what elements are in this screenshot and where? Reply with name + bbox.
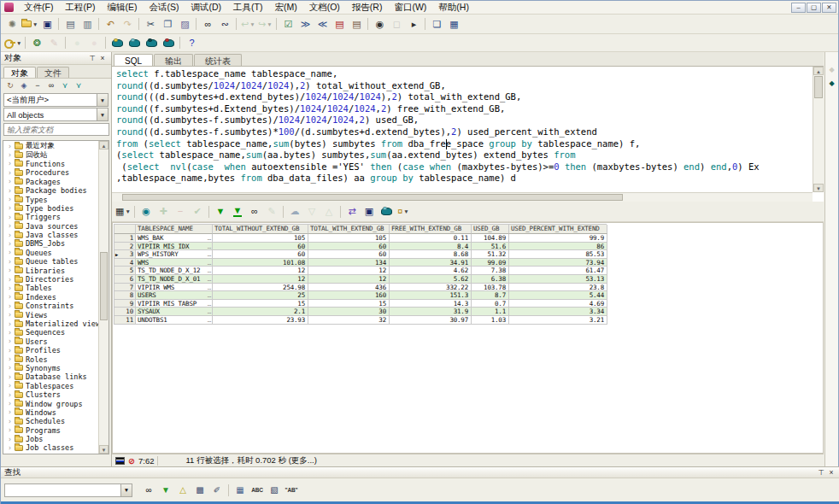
tree-item[interactable]: ›Schedules — [3, 417, 98, 425]
cell[interactable]: 32 — [308, 316, 390, 325]
cell[interactable]: 73.94 — [509, 259, 607, 267]
cell-ellipsis-icon[interactable]: … — [208, 275, 212, 283]
edit-data-icon[interactable]: ✎ — [45, 35, 62, 50]
forward-icon[interactable]: ↪▼ — [256, 16, 273, 32]
help-icon[interactable]: ? — [183, 35, 200, 50]
breakpoint-doc-icon[interactable]: ▤ — [331, 16, 348, 32]
expander-icon[interactable]: › — [8, 143, 12, 150]
refresh-icon[interactable]: ↻ — [3, 79, 17, 91]
window-list-icon[interactable]: ❏ — [428, 16, 445, 32]
commit-icon[interactable]: ● — [68, 35, 85, 50]
macro-stop-icon[interactable]: ◻ — [388, 16, 405, 32]
tree-item[interactable]: ›Synonyms — [3, 364, 98, 372]
cell[interactable]: 60 — [308, 250, 390, 259]
menu-item[interactable]: 工程(P) — [59, 1, 101, 15]
scroll-up-icon[interactable]: ▲ — [813, 67, 824, 75]
chevron-down-icon[interactable]: ▼ — [97, 94, 108, 106]
expander-icon[interactable]: › — [8, 391, 12, 399]
filter-edit-icon[interactable]: ⋎ — [72, 79, 85, 91]
cell[interactable]: 60 — [213, 250, 308, 259]
table-row[interactable]: 10SYSAUX…2.13031.91.13.34 — [114, 308, 607, 316]
expander-icon[interactable]: › — [8, 284, 12, 292]
tree-item[interactable]: ›Window groups — [3, 399, 98, 407]
table-row[interactable]: 2VIPIIR_MIS_IDX…60608.451.686 — [114, 243, 607, 251]
row-number[interactable]: 9 — [114, 300, 136, 308]
case-sensitive-icon[interactable]: ABC — [249, 483, 266, 498]
cell[interactable]: 8.4 — [390, 243, 472, 251]
tree-item[interactable]: ›Sequences — [3, 328, 98, 337]
cell[interactable]: 31.9 — [390, 308, 472, 316]
table-row[interactable]: 6TS_TD_NODE_D_X_01…12125.626.3853.13 — [114, 275, 607, 284]
cell-ellipsis-icon[interactable]: … — [208, 300, 212, 308]
logon-icon[interactable]: ▼ — [3, 35, 22, 50]
table-row[interactable]: 7VIPIIR_WMS…254.98436332.22103.7823.8 — [114, 284, 607, 292]
cell[interactable]: 99.9 — [509, 234, 607, 243]
row-number[interactable]: 1 — [114, 234, 136, 243]
expander-icon[interactable]: › — [8, 347, 12, 355]
editor-horizontal-scrollbar[interactable] — [112, 192, 813, 202]
cell[interactable]: 436 — [308, 284, 390, 292]
cell-ellipsis-icon[interactable]: … — [208, 250, 212, 258]
tree-scrollbar[interactable]: ▲ ▼ — [98, 141, 109, 454]
expander-icon[interactable]: › — [8, 320, 12, 328]
cell[interactable]: 12 — [213, 275, 308, 284]
cell[interactable]: 25 — [213, 291, 308, 300]
pin-icon[interactable]: ⊤ — [87, 54, 97, 62]
find-prev-icon[interactable]: △ — [174, 483, 191, 498]
expander-icon[interactable]: › — [8, 231, 12, 239]
cell[interactable]: 105 — [213, 234, 308, 243]
menu-item[interactable]: 文件(F) — [18, 1, 59, 15]
paste-icon[interactable]: ▨ — [176, 16, 193, 32]
money-dropdown-icon[interactable]: ▼ — [403, 208, 408, 214]
tree-item[interactable]: ›Triggers — [3, 213, 98, 221]
chevron-down-icon[interactable]: ▼ — [120, 484, 132, 496]
tree-item[interactable]: ›Windows — [3, 408, 98, 417]
cell-ellipsis-icon[interactable]: … — [208, 308, 212, 315]
table-row[interactable]: 11UNDOTBS1…23.933230.971.033.21 — [114, 316, 607, 325]
tree-item[interactable]: ›回收站 — [3, 150, 98, 159]
cell[interactable]: 1.1 — [472, 308, 509, 316]
find-input[interactable]: ▼ — [4, 483, 132, 497]
expander-icon[interactable]: › — [8, 196, 12, 203]
column-header[interactable]: TOTAL_WITHOUT_EXTEND_GB — [213, 225, 308, 234]
regex-icon[interactable]: ▧ — [266, 483, 283, 498]
close-icon[interactable]: × — [826, 468, 836, 477]
expander-icon[interactable]: › — [8, 267, 12, 274]
browser-tab[interactable]: 文件 — [37, 67, 69, 78]
cell[interactable]: 12 — [213, 267, 308, 275]
cell[interactable]: 15 — [213, 300, 308, 308]
expander-icon[interactable]: › — [8, 222, 12, 230]
menu-item[interactable]: 调试(D) — [185, 1, 227, 15]
new-report-window-icon[interactable] — [126, 35, 143, 50]
column-header[interactable]: USED_PERCENT_WITH_EXTEND — [509, 225, 607, 234]
column-header[interactable]: TABLESPACE_NAME — [136, 225, 213, 234]
cell[interactable]: 12 — [308, 267, 390, 275]
cell[interactable]: 61.47 — [509, 267, 607, 275]
cell[interactable]: 99.09 — [472, 259, 509, 267]
expander-icon[interactable]: › — [8, 373, 12, 381]
post-icon[interactable]: ✔ — [189, 204, 206, 220]
expander-icon[interactable]: › — [8, 249, 12, 256]
expander-icon[interactable]: › — [8, 276, 12, 284]
cell[interactable]: 6.38 — [472, 275, 509, 284]
back-dropdown-icon[interactable]: ▼ — [249, 21, 255, 27]
dock-expand-icon[interactable]: ◆ — [829, 79, 834, 87]
tree-item[interactable]: ›Queue tables — [3, 257, 98, 266]
tree-item[interactable]: ›Users — [3, 337, 98, 346]
editor-tab[interactable]: 统计表 — [194, 54, 242, 66]
tree-item[interactable]: ›Type bodies — [3, 204, 98, 213]
cell[interactable]: 12 — [308, 275, 390, 284]
grid-options-dropdown-icon[interactable]: ▼ — [125, 208, 130, 214]
preferences-icon[interactable]: ❂ — [28, 35, 45, 50]
expander-icon[interactable]: › — [8, 214, 12, 221]
cell[interactable]: 332.22 — [390, 284, 472, 292]
expander-icon[interactable]: › — [8, 400, 12, 407]
cell[interactable]: WMS_BAK… — [136, 234, 213, 243]
expander-icon[interactable]: › — [8, 329, 12, 337]
cell[interactable]: VIPIIR_MIS_IDX… — [136, 243, 213, 251]
find-next-icon[interactable]: ∾ — [216, 16, 233, 32]
menu-item[interactable]: 工具(T) — [227, 1, 268, 15]
cell[interactable]: 5.62 — [390, 275, 472, 284]
column-header[interactable]: TOTAL_WITH_EXTEND_GB — [308, 225, 390, 234]
pin-icon[interactable]: ⊤ — [816, 468, 826, 477]
